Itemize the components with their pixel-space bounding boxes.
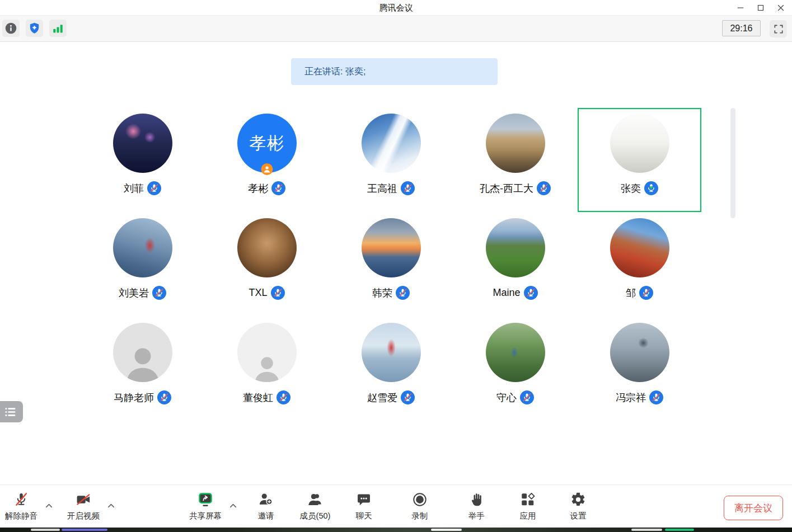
avatar-placeholder — [113, 323, 172, 382]
participant-name-row: 张奕 — [578, 181, 701, 195]
participant-name: 韩荣 — [372, 286, 392, 300]
participant-tile[interactable]: 冯宗祥 — [578, 317, 701, 421]
participant-name-row: 孝彬 — [205, 181, 329, 195]
participant-tile[interactable]: TXL — [205, 213, 329, 317]
participant-name: 董俊虹 — [243, 391, 273, 404]
toolbar-item-start-video[interactable]: 开启视频 — [59, 491, 107, 521]
participant-tile[interactable]: 韩荣 — [329, 213, 453, 317]
participant-name-row: 赵雪爱 — [329, 390, 453, 404]
mic-muted-icon — [639, 286, 653, 300]
member-list-toggle[interactable] — [0, 401, 23, 422]
participant-name: 孔杰-西工大 — [480, 182, 533, 195]
photo-avatar — [610, 114, 669, 173]
security-shield-icon — [28, 22, 41, 35]
participant-name-row: Maine — [453, 286, 577, 300]
toolbar-item-label: 录制 — [412, 511, 428, 521]
toolbar-item-share-screen-expand[interactable] — [229, 502, 237, 510]
toolbar-item-unmute[interactable]: 解除静音 — [0, 491, 43, 521]
user-role-badge — [261, 163, 273, 175]
participant-name: 马静老师 — [114, 391, 154, 404]
toolbar-item-apps[interactable]: 应用 — [510, 491, 546, 521]
participant-name: TXL — [249, 287, 267, 299]
fullscreen-button[interactable] — [770, 20, 787, 37]
raise-hand-icon — [468, 491, 484, 507]
record-icon — [412, 491, 428, 507]
participant-name: 张奕 — [621, 182, 641, 195]
participant-tile[interactable]: 邹 — [578, 213, 701, 317]
toolbar-item-label: 应用 — [520, 511, 536, 521]
avatar — [113, 114, 172, 173]
toolbar-item-raise-hand[interactable]: 举手 — [458, 491, 494, 521]
photo-avatar — [486, 323, 545, 382]
participant-tile[interactable]: 王高祖 — [329, 108, 453, 212]
mic-active-icon — [644, 181, 658, 195]
participant-name: 冯宗祥 — [616, 391, 646, 404]
toolbar-item-label: 开启视频 — [67, 511, 100, 521]
meeting-timer: 29:16 — [722, 20, 761, 36]
toolbar-item-record[interactable]: 录制 — [402, 491, 438, 521]
toolbar-item-label: 成员(50) — [300, 511, 331, 521]
participant-name: 王高祖 — [367, 182, 397, 195]
title-bar: 腾讯会议 — [0, 0, 792, 15]
participant-name-row: 邹 — [578, 286, 701, 300]
participant-name: 邹 — [626, 286, 636, 300]
window-title: 腾讯会议 — [0, 0, 792, 15]
participant-tile[interactable]: Maine — [453, 213, 577, 317]
maximize-button[interactable] — [751, 0, 771, 15]
participant-grid: 刘菲孝彬孝彬王高祖孔杰-西工大张奕刘美岩TXL韩荣Maine邹马静老师董俊虹赵雪… — [0, 42, 792, 484]
security-button[interactable] — [26, 20, 43, 37]
scrollbar-thumb[interactable] — [730, 108, 735, 218]
mic-muted-icon — [277, 390, 290, 404]
toolbar-item-invite[interactable]: 邀请 — [248, 491, 284, 521]
share-screen-icon — [198, 491, 213, 507]
toolbar-item-start-video-expand[interactable] — [107, 502, 115, 510]
photo-avatar — [486, 218, 545, 277]
photo-avatar — [362, 323, 421, 382]
participant-tile[interactable]: 张奕 — [578, 108, 701, 212]
participant-name: 刘菲 — [124, 182, 144, 195]
mic-off-icon — [13, 491, 29, 507]
participant-name: 守心 — [496, 391, 517, 404]
maximize-icon — [756, 3, 766, 13]
mic-muted-icon — [147, 181, 161, 195]
participant-tile[interactable]: 守心 — [453, 317, 577, 421]
participant-tile[interactable]: 马静老师 — [81, 317, 204, 421]
participant-name: Maine — [493, 287, 520, 299]
meeting-info-button[interactable] — [2, 20, 20, 37]
participant-name-row: TXL — [205, 286, 329, 300]
invite-icon — [258, 491, 274, 507]
avatar — [610, 114, 669, 173]
toolbar-item-share-screen[interactable]: 共享屏幕 — [180, 491, 231, 521]
participant-tile[interactable]: 孔杰-西工大 — [453, 108, 577, 212]
mic-muted-icon — [524, 286, 538, 300]
toolbar-item-chat[interactable]: 聊天 — [346, 491, 382, 521]
toolbar-item-label: 共享屏幕 — [189, 511, 222, 521]
participant-name-row: 守心 — [453, 390, 577, 404]
participant-tile[interactable]: 赵雪爱 — [329, 317, 453, 421]
leave-meeting-button[interactable]: 离开会议 — [724, 496, 783, 520]
close-button[interactable] — [771, 0, 791, 15]
members-icon — [307, 491, 323, 507]
participant-name: 孝彬 — [248, 182, 268, 195]
toolbar-item-settings[interactable]: 设置 — [560, 491, 596, 521]
taskbar-segment — [631, 529, 662, 531]
participant-tile[interactable]: 孝彬孝彬 — [205, 108, 329, 212]
minimize-icon — [735, 3, 746, 13]
network-quality-button[interactable] — [49, 20, 67, 37]
participant-name-row: 冯宗祥 — [578, 390, 701, 404]
participant-tile[interactable]: 董俊虹 — [205, 317, 329, 421]
top-toolbar: 29:16 — [0, 15, 792, 42]
participant-name: 赵雪爱 — [367, 391, 397, 404]
participant-tile[interactable]: 刘美岩 — [81, 213, 204, 317]
bottom-toolbar: 离开会议 解除静音开启视频共享屏幕邀请成员(50)聊天录制举手应用设置 — [0, 484, 792, 528]
toolbar-item-unmute-expand[interactable] — [45, 502, 53, 510]
chevron-up-icon — [107, 502, 115, 512]
participant-name: 刘美岩 — [119, 286, 149, 300]
toolbar-item-members[interactable]: 成员(50) — [290, 491, 340, 521]
avatar-initials: 孝彬 — [250, 132, 284, 155]
meeting-stage: 正在讲话: 张奕; 刘菲孝彬孝彬王高祖孔杰-西工大张奕刘美岩TXL韩荣Maine… — [0, 42, 792, 484]
taskbar-segment — [62, 529, 107, 531]
participant-tile[interactable]: 刘菲 — [81, 108, 204, 212]
avatar — [486, 114, 545, 173]
minimize-button[interactable] — [730, 0, 751, 15]
